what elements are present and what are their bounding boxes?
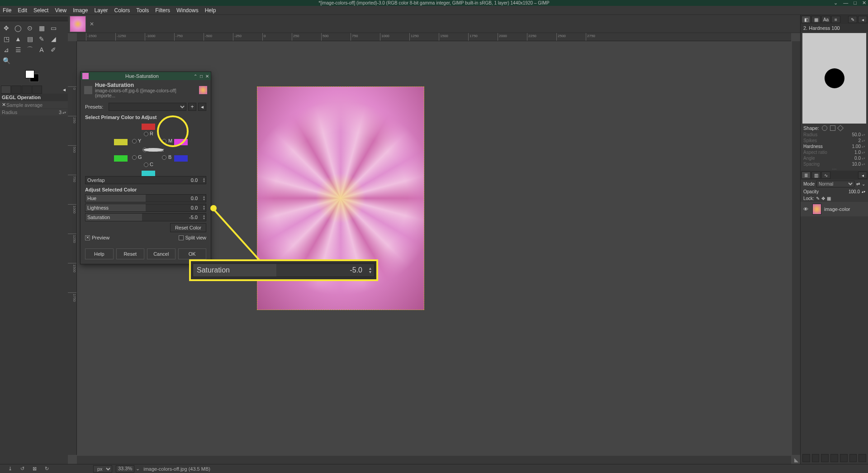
brushes-tab[interactable]: ◧	[802, 16, 811, 23]
move-tool-icon[interactable]: ✥	[1, 23, 12, 33]
dialog-titlebar[interactable]: Hue-Saturation ⌃ □ ✕	[81, 72, 211, 80]
new-layer-icon[interactable]	[802, 454, 810, 462]
menu-help[interactable]: Help	[205, 7, 216, 14]
brush-editor-tab[interactable]: ✎	[848, 16, 857, 23]
tool-options-tab[interactable]	[1, 86, 11, 94]
brush-hardness-row[interactable]: Hardness1.00▴▾	[801, 143, 868, 149]
paths-tab[interactable]: ∿	[821, 172, 830, 179]
reset-button[interactable]: Reset	[116, 248, 145, 259]
lock-pixels-icon[interactable]: ✎	[816, 196, 820, 201]
dialog-close-icon[interactable]: ✕	[205, 74, 209, 79]
color-cyan-radio[interactable]	[144, 162, 148, 167]
color-yellow-radio[interactable]	[132, 139, 137, 143]
menu-select[interactable]: Select	[33, 7, 48, 14]
image-tab-close-icon[interactable]: ✕	[89, 21, 95, 27]
patterns-tab[interactable]: ▦	[811, 16, 821, 23]
layer-row[interactable]: 👁 image-color	[801, 202, 868, 216]
layer-name[interactable]: image-color	[824, 206, 850, 212]
mode-swap-icon[interactable]: ⇄	[856, 182, 860, 186]
shape-square[interactable]	[830, 125, 835, 131]
tab-menu-icon[interactable]: ◂	[858, 16, 867, 23]
shape-circle[interactable]	[822, 125, 827, 131]
color-green-radio[interactable]	[132, 155, 137, 160]
close-icon[interactable]: ✕	[862, 0, 866, 6]
vertical-scrollbar[interactable]	[792, 41, 800, 455]
window-menu-icon[interactable]: ⌄	[834, 0, 838, 6]
layer-visibility-icon[interactable]: 👁	[803, 206, 810, 212]
device-status-tab[interactable]	[11, 86, 21, 94]
menu-windows[interactable]: Windows	[176, 7, 199, 14]
ellipse-select-icon[interactable]: ◯	[13, 23, 24, 33]
menu-tools[interactable]: Tools	[136, 7, 149, 14]
menu-colors[interactable]: Colors	[114, 7, 130, 14]
gradient-tool-icon[interactable]: ▤	[24, 34, 35, 44]
images-tab[interactable]	[32, 86, 42, 94]
horizontal-ruler[interactable]: -1500 -1250 -1000 -750 -500 -250 0 250 5…	[77, 33, 791, 41]
transform-tool-icon[interactable]: ◳	[1, 34, 12, 44]
redo-icon[interactable]: ↻	[45, 466, 49, 472]
dialog-maximize-icon[interactable]: □	[200, 74, 203, 79]
color-magenta-swatch[interactable]	[174, 139, 188, 145]
lightness-spinner-icon[interactable]: ▴▾	[203, 205, 205, 210]
cancel-icon[interactable]: ⊠	[33, 466, 37, 472]
radius-spinner-icon[interactable]: ▴▾	[62, 110, 66, 115]
color-blue-radio[interactable]	[162, 155, 166, 160]
menu-file[interactable]: File	[3, 7, 11, 14]
brush-angle-row[interactable]: Angle0.0▴▾	[801, 155, 868, 161]
preview-checkbox[interactable]	[85, 235, 90, 240]
color-master-radio[interactable]	[142, 148, 147, 152]
duplicate-layer-icon[interactable]	[840, 454, 848, 462]
color-master[interactable]: Master	[142, 147, 164, 153]
menu-view[interactable]: View	[55, 7, 66, 14]
fuzzy-select-icon[interactable]: ▦	[36, 23, 47, 33]
zoom-dropdown-icon[interactable]: ⌄	[136, 466, 140, 472]
image-tab[interactable]	[70, 16, 86, 32]
path-tool-icon[interactable]: ⌒	[24, 45, 35, 55]
history-tab[interactable]: ≡	[831, 16, 840, 23]
navigation-icon[interactable]: ◣	[792, 456, 800, 464]
tab-menu-icon[interactable]: ◂	[62, 86, 67, 94]
color-green-swatch[interactable]	[114, 155, 128, 162]
undo-icon[interactable]: ↺	[20, 466, 24, 472]
split-view-checkbox[interactable]	[179, 235, 184, 240]
brush-aspect-row[interactable]: Aspect ratio1.0▴▾	[801, 149, 868, 155]
lower-layer-icon[interactable]	[830, 454, 838, 462]
brush-spikes-row[interactable]: Spikes2▴▾	[801, 138, 868, 143]
save-icon[interactable]: ⤓	[8, 466, 12, 472]
radius-row[interactable]: Radius 3 ▴▾	[0, 109, 68, 115]
lasso-select-icon[interactable]: ⊙	[24, 23, 35, 33]
eraser-tool-icon[interactable]: ◢	[48, 34, 59, 44]
unit-select[interactable]: px	[93, 465, 112, 473]
channels-tab[interactable]: ▥	[811, 172, 821, 179]
fonts-tab[interactable]: Aa	[821, 16, 830, 23]
menu-image[interactable]: Image	[73, 7, 88, 14]
layer-group-icon[interactable]	[812, 454, 820, 462]
dialog-rollup-icon[interactable]: ⌃	[194, 74, 197, 79]
overlap-spinner-icon[interactable]: ▴▾	[203, 177, 205, 183]
crop-tool-icon[interactable]: ▭	[48, 23, 59, 33]
color-blue-swatch[interactable]	[174, 155, 188, 162]
color-red-swatch[interactable]	[142, 124, 155, 130]
zoom-tool-icon[interactable]: 🔍	[1, 56, 12, 66]
color-red-radio[interactable]	[144, 132, 148, 136]
raise-layer-icon[interactable]	[821, 454, 829, 462]
mode-menu-icon[interactable]: ⌄	[862, 182, 865, 186]
undo-history-tab[interactable]	[22, 86, 32, 94]
overlap-slider[interactable]: Overlap 0.0 ▴▾	[85, 176, 206, 184]
brush-radius-row[interactable]: Radius50.0▴▾	[801, 132, 868, 138]
vertical-ruler[interactable]: 0 250 500 750 1000 1250 1500 1750	[68, 41, 77, 455]
color-yellow-swatch[interactable]	[114, 139, 128, 145]
minimize-icon[interactable]: —	[843, 0, 848, 6]
lock-alpha-icon[interactable]: ▦	[827, 196, 831, 201]
ok-button[interactable]: OK	[178, 248, 207, 259]
layers-tab[interactable]: ≣	[802, 172, 811, 179]
delete-layer-icon[interactable]	[859, 454, 866, 462]
smudge-tool-icon[interactable]: ☰	[13, 45, 24, 55]
horizontal-scrollbar[interactable]	[77, 456, 791, 464]
menu-filters[interactable]: Filters	[155, 7, 170, 14]
foreground-background-colors[interactable]	[0, 70, 68, 83]
hue-spinner-icon[interactable]: ▴▾	[203, 196, 205, 201]
maximize-icon[interactable]: □	[854, 0, 857, 6]
saturation-slider[interactable]: Saturation -5.0 ▴▾	[85, 213, 206, 221]
shape-diamond[interactable]	[837, 125, 844, 131]
